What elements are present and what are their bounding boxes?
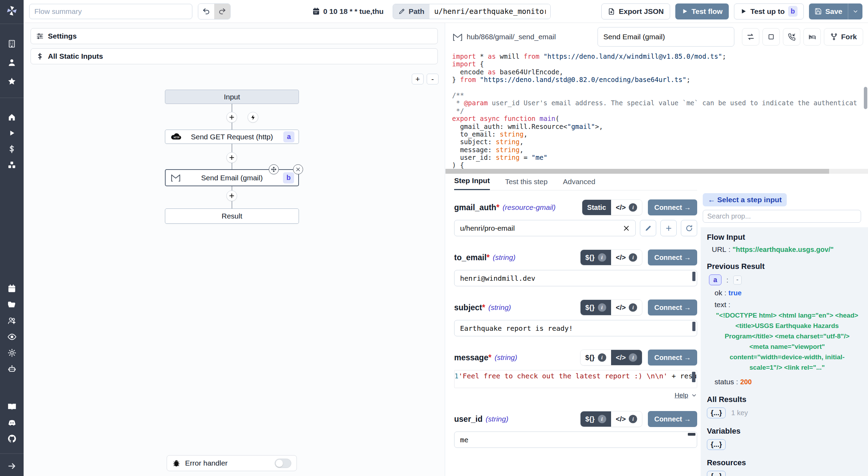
sidebar-item-audit-logs[interactable] bbox=[0, 329, 24, 345]
all-results-expand[interactable]: {...} bbox=[707, 408, 726, 418]
sidebar-item-resources[interactable] bbox=[0, 157, 24, 173]
info-icon[interactable]: i bbox=[629, 303, 637, 312]
sidebar-item-settings[interactable] bbox=[0, 345, 24, 361]
add-step-button[interactable] bbox=[226, 112, 237, 123]
mode-javascript[interactable]: </>i bbox=[611, 250, 642, 265]
sidebar-item-workspace[interactable] bbox=[0, 36, 24, 52]
code-vertical-scrollbar[interactable] bbox=[864, 87, 867, 109]
mode-javascript[interactable]: </>i bbox=[611, 300, 642, 315]
redo-button[interactable] bbox=[214, 4, 230, 19]
all-static-inputs-button[interactable]: All Static Inputs bbox=[31, 48, 438, 64]
delete-step-button[interactable] bbox=[293, 164, 303, 174]
resources-expand[interactable]: {...} bbox=[707, 471, 726, 476]
prop-status[interactable]: status:200 bbox=[715, 378, 862, 386]
subject-input[interactable]: Earthquake report is ready! bbox=[454, 320, 697, 336]
sidebar-item-folders[interactable] bbox=[0, 297, 24, 313]
sidebar-item-github[interactable] bbox=[0, 430, 24, 446]
step-name-input[interactable] bbox=[598, 27, 734, 47]
info-icon[interactable]: i bbox=[629, 203, 637, 212]
prop-text-value[interactable]: "<!DOCTYPE html> <html lang="en"> <head>… bbox=[715, 310, 860, 373]
sidebar-item-user[interactable] bbox=[0, 55, 24, 71]
flow-node-result[interactable]: Result bbox=[165, 208, 299, 224]
info-icon[interactable]: i bbox=[629, 253, 637, 262]
mode-javascript[interactable]: </>i bbox=[611, 411, 642, 427]
flow-settings-button[interactable]: Settings bbox=[31, 28, 438, 44]
tab-step-input[interactable]: Step Input bbox=[454, 177, 490, 190]
mode-template[interactable]: ${}i bbox=[581, 250, 611, 265]
path-edit-button[interactable]: Path bbox=[393, 4, 430, 19]
info-icon[interactable]: i bbox=[598, 415, 606, 423]
edit-resource-button[interactable] bbox=[640, 220, 656, 236]
export-json-button[interactable]: Export JSON bbox=[601, 3, 670, 19]
mode-javascript[interactable]: </>i bbox=[611, 350, 642, 365]
sidebar-item-workers[interactable] bbox=[0, 361, 24, 377]
refresh-resource-button[interactable] bbox=[681, 220, 697, 236]
add-trigger-button[interactable] bbox=[248, 112, 258, 123]
flow-node-input[interactable]: Input bbox=[165, 90, 299, 104]
zoom-out-button[interactable]: - bbox=[427, 74, 439, 84]
to-email-input[interactable]: henri@windmill.dev bbox=[454, 270, 697, 286]
sidebar-item-favorites[interactable] bbox=[0, 73, 24, 89]
schedule-display[interactable]: 0 10 18 * * tue,thu bbox=[312, 7, 384, 16]
variables-expand[interactable]: {...} bbox=[707, 439, 726, 450]
mode-template[interactable]: ${}i bbox=[581, 411, 611, 427]
save-dropdown-button[interactable] bbox=[848, 3, 862, 19]
undo-button[interactable] bbox=[198, 4, 214, 19]
sidebar-item-docs[interactable] bbox=[0, 399, 24, 415]
mode-template[interactable]: ${}i bbox=[581, 300, 611, 315]
sidebar-item-home[interactable] bbox=[0, 109, 24, 125]
test-up-to-button[interactable]: Test up to b bbox=[734, 3, 804, 19]
add-resource-button[interactable] bbox=[660, 220, 677, 236]
flow-summary-input[interactable] bbox=[29, 4, 192, 19]
connect-button[interactable]: Connect → bbox=[648, 299, 697, 315]
collapse-toggle[interactable]: - bbox=[733, 276, 742, 285]
help-link[interactable]: Help bbox=[675, 392, 688, 399]
bed-icon[interactable] bbox=[803, 28, 821, 46]
connect-button[interactable]: Connect → bbox=[648, 350, 697, 366]
connect-button[interactable]: Connect → bbox=[648, 249, 697, 265]
prop-ok[interactable]: ok:true bbox=[715, 289, 862, 297]
save-button[interactable]: Save bbox=[809, 3, 848, 19]
user-id-input[interactable]: me bbox=[454, 432, 697, 448]
connect-button[interactable]: Connect → bbox=[648, 411, 697, 427]
phone-incoming-icon[interactable] bbox=[783, 28, 800, 46]
sync-icon[interactable] bbox=[742, 28, 759, 46]
clear-resource-icon[interactable] bbox=[623, 225, 630, 232]
sidebar-item-groups[interactable] bbox=[0, 313, 24, 329]
sidebar-item-discord[interactable] bbox=[0, 415, 24, 430]
tab-test-this-step[interactable]: Test this step bbox=[505, 178, 548, 190]
mode-template[interactable]: ${}i bbox=[581, 350, 611, 365]
prop-text-key[interactable]: text: bbox=[715, 301, 862, 309]
zoom-in-button[interactable]: + bbox=[412, 74, 424, 84]
search-prop-input[interactable] bbox=[703, 210, 861, 223]
mode-javascript[interactable]: </>i bbox=[611, 200, 642, 215]
info-icon[interactable]: i bbox=[629, 415, 637, 423]
message-code-editor[interactable]: 1 'Feel free to check out the latest rep… bbox=[454, 370, 697, 388]
error-handler-toggle[interactable] bbox=[275, 459, 291, 468]
move-step-button[interactable] bbox=[269, 164, 279, 174]
info-icon[interactable]: i bbox=[598, 303, 606, 312]
square-icon[interactable] bbox=[762, 28, 780, 46]
windmill-logo-icon[interactable] bbox=[0, 0, 24, 22]
connect-button[interactable]: Connect → bbox=[648, 199, 697, 215]
fork-button[interactable]: Fork bbox=[824, 28, 863, 46]
info-icon[interactable]: i bbox=[629, 353, 637, 362]
flow-node-get-request[interactable]: HTTP Send GET Request (http) a bbox=[165, 130, 299, 144]
select-step-input-chip[interactable]: ← Select a step input bbox=[703, 193, 787, 206]
resource-input[interactable]: u/henri/pro-email bbox=[454, 220, 636, 236]
add-step-button[interactable] bbox=[226, 152, 237, 163]
mode-static[interactable]: Static bbox=[582, 200, 611, 215]
flow-node-send-email-selected[interactable]: Send Email (gmail) b bbox=[165, 169, 299, 186]
info-icon[interactable]: i bbox=[598, 353, 606, 362]
sidebar-item-schedules[interactable] bbox=[0, 281, 24, 297]
path-input[interactable] bbox=[429, 4, 550, 19]
code-horizontal-scrollbar[interactable] bbox=[445, 169, 868, 174]
sidebar-item-runs[interactable] bbox=[0, 125, 24, 141]
prop-url[interactable]: URL:"https://earthquake.usgs.gov/" bbox=[712, 245, 862, 254]
tab-advanced[interactable]: Advanced bbox=[563, 178, 595, 190]
code-editor[interactable]: import * as wmill from "https://deno.lan… bbox=[445, 51, 868, 174]
step-a-badge[interactable]: a bbox=[709, 274, 721, 285]
sidebar-expand-arrow-icon[interactable] bbox=[0, 456, 24, 476]
info-icon[interactable]: i bbox=[598, 253, 606, 262]
add-step-button[interactable] bbox=[226, 190, 237, 201]
